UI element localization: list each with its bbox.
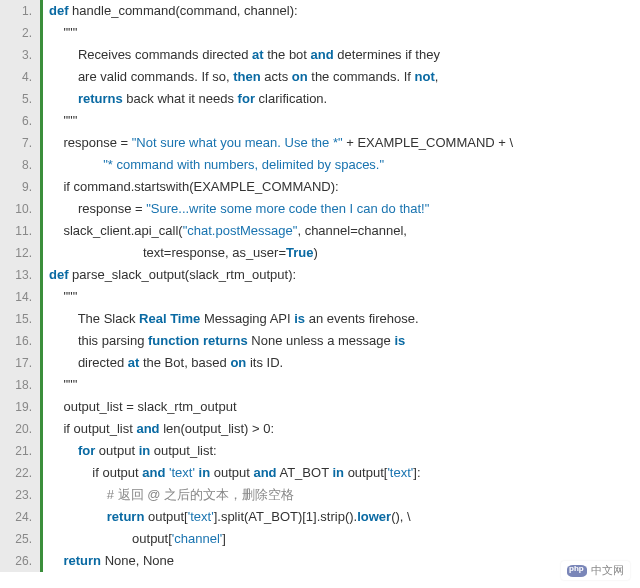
line-number: 12. [0, 242, 32, 264]
line-number: 19. [0, 396, 32, 418]
code-token: True [286, 245, 313, 260]
code-token: an events firehose. [305, 311, 418, 326]
code-token: is [294, 311, 305, 326]
line-number: 2. [0, 22, 32, 44]
code-token: output [210, 465, 253, 480]
line-number: 20. [0, 418, 32, 440]
line-number: 24. [0, 506, 32, 528]
code-token: ]: [413, 465, 420, 480]
code-token: and [253, 465, 276, 480]
code-token: lower [357, 509, 391, 524]
code-token: in [199, 465, 211, 480]
code-token: 'text' [169, 465, 195, 480]
code-token: this parsing [49, 333, 148, 348]
code-token: , [435, 69, 439, 84]
code-line: are valid commands. If so, then acts on … [49, 66, 640, 88]
code-token: """ [49, 289, 77, 304]
line-number-gutter: 1.2.3.4.5.6.7.8.9.10.11.12.13.14.15.16.1… [0, 0, 40, 572]
code-token: output_list = slack_rtm_output [49, 399, 237, 414]
code-token: in [139, 443, 151, 458]
code-token: determines if they [334, 47, 440, 62]
code-token: "Sure...write some more code then I can … [146, 201, 429, 216]
line-number: 5. [0, 88, 32, 110]
code-token: AT_BOT [277, 465, 333, 480]
code-line: if output and 'text' in output and AT_BO… [49, 462, 640, 484]
code-line: return output['text'].split(AT_BOT)[1].s… [49, 506, 640, 528]
code-token: "* command with numbers, delimited by sp… [103, 157, 384, 172]
code-token: 'channel' [172, 531, 223, 546]
line-number: 10. [0, 198, 32, 220]
code-line: output_list = slack_rtm_output [49, 396, 640, 418]
line-number: 16. [0, 330, 32, 352]
code-token [49, 91, 78, 106]
code-token: then [233, 69, 260, 84]
code-content: def handle_command(command, channel): ""… [40, 0, 640, 572]
code-token: """ [49, 113, 77, 128]
code-token: are valid commands. If so, [49, 69, 233, 84]
code-token: on [230, 355, 246, 370]
code-token: if output [49, 465, 142, 480]
code-token: def [49, 3, 69, 18]
code-line: def parse_slack_output(slack_rtm_output)… [49, 264, 640, 286]
line-number: 22. [0, 462, 32, 484]
code-token: "Not sure what you mean. Use the *" [132, 135, 343, 150]
code-line: text=response, as_user=True) [49, 242, 640, 264]
line-number: 1. [0, 0, 32, 22]
code-line: output['channel'] [49, 528, 640, 550]
code-token: directed [49, 355, 128, 370]
code-line: Receives commands directed at the bot an… [49, 44, 640, 66]
code-line: this parsing function returns None unles… [49, 330, 640, 352]
line-number: 23. [0, 484, 32, 506]
code-token: response = [49, 135, 132, 150]
line-number: 21. [0, 440, 32, 462]
code-token: and [136, 421, 159, 436]
code-line: response = "Sure...write some more code … [49, 198, 640, 220]
code-token: ) [313, 245, 317, 260]
code-line: if output_list and len(output_list) > 0: [49, 418, 640, 440]
code-token: Messaging API [200, 311, 294, 326]
code-token [49, 157, 103, 172]
code-token: None, None [101, 553, 174, 568]
code-line: def handle_command(command, channel): [49, 0, 640, 22]
code-token: Receives commands directed [49, 47, 252, 62]
code-token: at [128, 355, 140, 370]
code-line: """ [49, 110, 640, 132]
code-token: clarification. [255, 91, 327, 106]
code-block: 1.2.3.4.5.6.7.8.9.10.11.12.13.14.15.16.1… [0, 0, 640, 572]
code-line: slack_client.api_call("chat.postMessage"… [49, 220, 640, 242]
code-token: 'text' [387, 465, 413, 480]
code-line: """ [49, 286, 640, 308]
code-token: the bot [264, 47, 311, 62]
code-token: its ID. [246, 355, 283, 370]
code-token: the Bot, based [139, 355, 230, 370]
code-token: output[ [144, 509, 187, 524]
line-number: 4. [0, 66, 32, 88]
code-token: 'text' [188, 509, 214, 524]
code-token: and [142, 465, 165, 480]
code-token: """ [49, 377, 77, 392]
code-token: Real Time [139, 311, 200, 326]
code-token: for [78, 443, 95, 458]
code-token: response = [49, 201, 146, 216]
code-token: handle_command(command, channel): [69, 3, 298, 18]
code-line: The Slack Real Time Messaging API is an … [49, 308, 640, 330]
code-token: + EXAMPLE_COMMAND + \ [343, 135, 514, 150]
code-line: return None, None [49, 550, 640, 572]
code-token: at [252, 47, 264, 62]
code-token: on [292, 69, 308, 84]
code-line: returns back what it needs for clarifica… [49, 88, 640, 110]
code-token: output[ [49, 531, 172, 546]
watermark-badge: 中文网 [561, 561, 630, 580]
code-token: acts [261, 69, 292, 84]
code-line: """ [49, 22, 640, 44]
code-token: ] [222, 531, 226, 546]
code-line: "* command with numbers, delimited by sp… [49, 154, 640, 176]
code-token: if output_list [49, 421, 136, 436]
code-token: and [311, 47, 334, 62]
code-token: not [415, 69, 435, 84]
code-token: None unless a message [248, 333, 395, 348]
code-token: back what it needs [123, 91, 238, 106]
code-token [49, 509, 107, 524]
code-token: the commands. If [308, 69, 415, 84]
code-token: returns [78, 91, 123, 106]
